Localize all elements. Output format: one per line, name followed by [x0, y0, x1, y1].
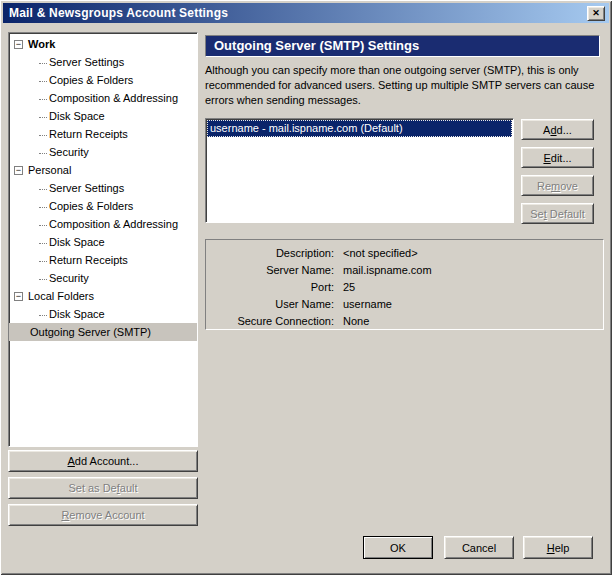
label-part: Cancel: [462, 542, 496, 554]
label-mnemonic: E: [543, 152, 550, 164]
title-bar[interactable]: Mail & Newsgroups Account Settings ✕: [3, 3, 609, 23]
page-title-text: Outgoing Server (SMTP) Settings: [214, 38, 419, 53]
tree-connector: [39, 315, 47, 316]
tree-item-work[interactable]: −Work: [9, 35, 197, 53]
smtp-server-list-item-selected[interactable]: username - mail.ispname.com (Default): [207, 120, 512, 137]
tree-item-label: Security: [49, 146, 89, 158]
tree-item-personal[interactable]: −Personal: [9, 161, 197, 179]
set-default-server-button[interactable]: Set Default: [521, 203, 594, 224]
tree-item-local-folders[interactable]: −Local Folders: [9, 287, 197, 305]
tree-connector: [39, 207, 47, 208]
label-part: OK: [390, 542, 406, 554]
label-part: Re: [537, 180, 551, 192]
detail-value: username: [343, 296, 392, 313]
tree-connector: [39, 243, 47, 244]
label-part: d...: [557, 124, 572, 136]
account-settings-dialog: Mail & Newsgroups Account Settings ✕ −Wo…: [0, 0, 612, 575]
tree-item-work-server-settings[interactable]: Server Settings: [9, 53, 197, 71]
label-part: Default: [547, 208, 585, 220]
tree-item-label: Disk Space: [49, 110, 105, 122]
remove-account-button[interactable]: Remove Account: [8, 504, 198, 526]
tree-item-work-copies-folders[interactable]: Copies & Folders: [9, 71, 197, 89]
tree-item-label: Disk Space: [49, 236, 105, 248]
tree-item-work-disk-space[interactable]: Disk Space: [9, 107, 197, 125]
tree-item-label: Security: [49, 272, 89, 284]
label-mnemonic: H: [547, 542, 555, 554]
detail-row-secure-connection: Secure Connection: None: [206, 313, 603, 330]
tree-connector: [39, 279, 47, 280]
tree-connector: [39, 189, 47, 190]
collapse-icon[interactable]: −: [14, 166, 23, 175]
ok-button[interactable]: OK: [363, 536, 433, 559]
tree-item-label: Server Settings: [49, 56, 124, 68]
label-part: Se: [530, 208, 543, 220]
detail-label: Secure Connection:: [206, 313, 334, 330]
page-title: Outgoing Server (SMTP) Settings: [205, 35, 600, 57]
add-account-button[interactable]: Add Account...: [8, 450, 198, 472]
smtp-server-list[interactable]: username - mail.ispname.com (Default): [205, 118, 514, 223]
collapse-icon[interactable]: −: [14, 292, 23, 301]
detail-label: Port:: [206, 279, 334, 296]
detail-value: mail.ispname.com: [343, 262, 432, 279]
tree-item-personal-composition-addressing[interactable]: Composition & Addressing: [9, 215, 197, 233]
tree-item-personal-server-settings[interactable]: Server Settings: [9, 179, 197, 197]
tree-item-label: Personal: [28, 164, 71, 176]
remove-server-button[interactable]: Remove: [521, 175, 594, 196]
detail-label: Description:: [206, 245, 334, 262]
tree-item-personal-security[interactable]: Security: [9, 269, 197, 287]
tree-item-label: Disk Space: [49, 308, 105, 320]
tree-connector: [39, 63, 47, 64]
detail-value: 25: [343, 279, 355, 296]
set-as-default-account-button[interactable]: Set as Default: [8, 477, 198, 499]
tree-item-work-composition-addressing[interactable]: Composition & Addressing: [9, 89, 197, 107]
label-mnemonic: A: [68, 455, 75, 467]
cancel-button[interactable]: Cancel: [444, 536, 514, 559]
tree-item-label: Composition & Addressing: [49, 218, 178, 230]
account-tree: −Work Server Settings Copies & Folders C…: [8, 32, 198, 447]
detail-label: User Name:: [206, 296, 334, 313]
close-button[interactable]: ✕: [587, 6, 605, 21]
detail-label: Server Name:: [206, 262, 334, 279]
detail-row-server-name: Server Name: mail.ispname.com: [206, 262, 603, 279]
tree-item-work-return-receipts[interactable]: Return Receipts: [9, 125, 197, 143]
detail-row-description: Description: <not specified>: [206, 245, 603, 262]
collapse-icon[interactable]: −: [14, 40, 23, 49]
tree-connector: [39, 81, 47, 82]
label-part: ove: [560, 180, 578, 192]
tree-connector: [39, 225, 47, 226]
label-part: Set as De: [68, 482, 116, 494]
label-part: emove Account: [69, 509, 144, 521]
help-button[interactable]: Help: [523, 536, 593, 559]
server-details-panel: Description: <not specified> Server Name…: [205, 239, 604, 330]
tree-item-personal-copies-folders[interactable]: Copies & Folders: [9, 197, 197, 215]
label-mnemonic: m: [551, 180, 560, 192]
tree-item-work-security[interactable]: Security: [9, 143, 197, 161]
tree-connector: [39, 261, 47, 262]
label-part: dit...: [551, 152, 572, 164]
tree-item-label: Server Settings: [49, 182, 124, 194]
window-title: Mail & Newsgroups Account Settings: [9, 6, 228, 20]
tree-item-local-folders-disk-space[interactable]: Disk Space: [9, 305, 197, 323]
tree-item-label: Return Receipts: [49, 254, 128, 266]
tree-item-label: Work: [28, 38, 55, 50]
tree-item-personal-return-receipts[interactable]: Return Receipts: [9, 251, 197, 269]
detail-value: <not specified>: [343, 245, 418, 262]
tree-item-label: Return Receipts: [49, 128, 128, 140]
edit-server-button[interactable]: Edit...: [521, 147, 594, 168]
detail-value: None: [343, 313, 369, 330]
tree-connector: [39, 99, 47, 100]
tree-item-label: Outgoing Server (SMTP): [30, 326, 151, 338]
tree-connector: [39, 135, 47, 136]
tree-item-outgoing-server-smtp[interactable]: Outgoing Server (SMTP): [9, 323, 197, 341]
label-part: ault: [120, 482, 138, 494]
tree-item-label: Copies & Folders: [49, 74, 133, 86]
detail-row-port: Port: 25: [206, 279, 603, 296]
tree-item-label: Local Folders: [28, 290, 94, 302]
tree-connector: [39, 153, 47, 154]
tree-connector: [39, 117, 47, 118]
page-description: Although you can specify more than one o…: [205, 63, 605, 108]
label-part: dd Account...: [75, 455, 139, 467]
label-part: elp: [555, 542, 570, 554]
tree-item-personal-disk-space[interactable]: Disk Space: [9, 233, 197, 251]
add-server-button[interactable]: Add...: [521, 119, 594, 140]
